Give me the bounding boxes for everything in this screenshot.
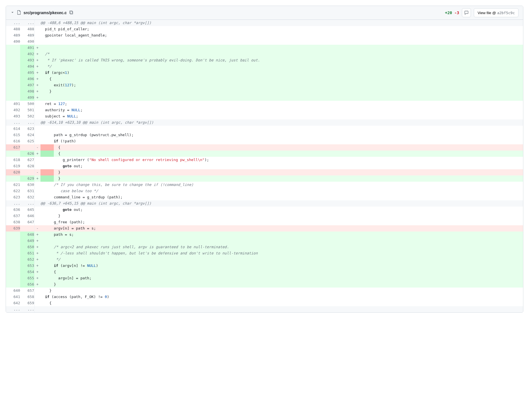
code-cell[interactable]: { <box>40 144 523 151</box>
line-number-old[interactable] <box>6 151 20 157</box>
code-cell[interactable]: } <box>40 288 523 294</box>
code-cell[interactable]: goto out; <box>40 207 523 213</box>
line-number-new[interactable]: 495 <box>20 70 34 76</box>
line-number-old[interactable] <box>6 57 20 63</box>
code-cell[interactable]: exit(127); <box>40 82 523 88</box>
line-number-old[interactable] <box>6 76 20 82</box>
code-cell[interactable]: if (argc<1) <box>40 70 523 76</box>
line-number-old[interactable]: 615 <box>6 132 20 138</box>
line-number-old[interactable] <box>6 238 20 244</box>
line-number-old[interactable]: 489 <box>6 32 20 38</box>
line-number-new[interactable]: 623 <box>20 126 34 132</box>
line-number-old[interactable]: 488 <box>6 26 20 32</box>
line-number-new[interactable]: ... <box>20 200 34 207</box>
line-number-old[interactable]: 623 <box>6 194 20 200</box>
code-cell[interactable]: { <box>40 76 523 82</box>
line-number-new[interactable]: 493 <box>20 57 34 63</box>
line-number-old[interactable] <box>6 88 20 95</box>
line-number-new[interactable]: 491 <box>20 45 34 51</box>
line-number-new[interactable]: 489 <box>20 32 34 38</box>
code-cell[interactable]: g_printerr ("No shell configured or erro… <box>40 157 523 163</box>
line-number-new[interactable]: 646 <box>20 213 34 219</box>
line-number-new[interactable]: 631 <box>20 188 34 194</box>
line-number-old[interactable]: 622 <box>6 188 20 194</box>
line-number-new[interactable]: 499 <box>20 95 34 101</box>
code-cell[interactable]: } <box>40 88 523 95</box>
line-number-old[interactable]: ... <box>6 20 20 26</box>
code-cell[interactable]: { <box>40 151 523 157</box>
line-number-old[interactable]: 638 <box>6 219 20 225</box>
line-number-old[interactable]: 636 <box>6 207 20 213</box>
code-cell[interactable]: if (!path) <box>40 138 523 144</box>
line-number-new[interactable]: 645 <box>20 207 34 213</box>
line-number-new[interactable]: 629 <box>20 175 34 182</box>
line-number-old[interactable]: 619 <box>6 163 20 169</box>
line-number-old[interactable]: 637 <box>6 213 20 219</box>
line-number-old[interactable] <box>6 256 20 263</box>
line-number-new[interactable]: 497 <box>20 82 34 88</box>
line-number-new[interactable]: 488 <box>20 26 34 32</box>
line-number-new[interactable]: 632 <box>20 194 34 200</box>
line-number-new[interactable]: 490 <box>20 38 34 45</box>
line-number-old[interactable] <box>6 51 20 57</box>
code-cell[interactable]: subject = NULL; <box>40 113 523 119</box>
line-number-new[interactable]: 650 <box>20 244 34 250</box>
code-cell[interactable] <box>40 306 523 312</box>
line-number-new[interactable] <box>20 169 34 175</box>
code-cell[interactable]: @@ -636,7 +645,15 @@ main (int argc, cha… <box>40 200 523 207</box>
line-number-old[interactable]: 618 <box>6 157 20 163</box>
code-cell[interactable]: { <box>40 269 523 275</box>
line-number-old[interactable]: 641 <box>6 294 20 300</box>
chevron-down-icon[interactable] <box>10 10 14 15</box>
code-cell[interactable]: { <box>40 300 523 306</box>
code-cell[interactable]: */ <box>40 256 523 263</box>
line-number-old[interactable]: 639 <box>6 225 20 232</box>
line-number-old[interactable]: 617 <box>6 144 20 151</box>
code-cell[interactable]: argv[n] = path; <box>40 275 523 281</box>
code-cell[interactable]: if (argv[n] != NULL) <box>40 263 523 269</box>
line-number-old[interactable]: ... <box>6 200 20 207</box>
line-number-new[interactable]: 657 <box>20 288 34 294</box>
code-cell[interactable]: } <box>40 281 523 288</box>
code-cell[interactable]: } <box>40 175 523 182</box>
code-cell[interactable]: /* argc<2 and pkexec runs just shell, ar… <box>40 244 523 250</box>
code-cell[interactable]: g_free (path); <box>40 219 523 225</box>
line-number-new[interactable]: 648 <box>20 232 34 238</box>
line-number-new[interactable]: 647 <box>20 219 34 225</box>
line-number-new[interactable]: 628 <box>20 163 34 169</box>
line-number-old[interactable] <box>6 175 20 182</box>
code-cell[interactable]: } <box>40 213 523 219</box>
line-number-old[interactable]: 640 <box>6 288 20 294</box>
view-file-button[interactable]: View file @ a2bf5c9c <box>474 8 519 17</box>
line-number-new[interactable]: ... <box>20 306 34 312</box>
code-cell[interactable]: /* <box>40 51 523 57</box>
line-number-new[interactable]: ... <box>20 20 34 26</box>
line-number-new[interactable]: 659 <box>20 300 34 306</box>
line-number-old[interactable] <box>6 82 20 88</box>
line-number-old[interactable] <box>6 250 20 256</box>
line-number-old[interactable] <box>6 63 20 70</box>
code-cell[interactable]: * If 'pkexec' is called THIS wrong, some… <box>40 57 523 63</box>
code-cell[interactable]: * /-less shell shouldn't happen, but let… <box>40 250 523 256</box>
line-number-old[interactable]: 492 <box>6 107 20 113</box>
code-cell[interactable]: if (access (path, F_OK) != 0) <box>40 294 523 300</box>
line-number-old[interactable] <box>6 263 20 269</box>
line-number-new[interactable]: 630 <box>20 182 34 188</box>
line-number-old[interactable] <box>6 232 20 238</box>
line-number-new[interactable]: 492 <box>20 51 34 57</box>
code-cell[interactable] <box>40 95 523 101</box>
code-cell[interactable]: path = g_strdup (pwstruct.pw_shell); <box>40 132 523 138</box>
line-number-new[interactable]: 502 <box>20 113 34 119</box>
line-number-new[interactable]: 652 <box>20 256 34 263</box>
line-number-new[interactable]: 626 <box>20 151 34 157</box>
code-cell[interactable]: authority = NULL; <box>40 107 523 113</box>
line-number-old[interactable] <box>6 70 20 76</box>
code-cell[interactable]: pid_t pid_of_caller; <box>40 26 523 32</box>
line-number-new[interactable]: 625 <box>20 138 34 144</box>
line-number-old[interactable] <box>6 95 20 101</box>
line-number-old[interactable]: 490 <box>6 38 20 45</box>
code-cell[interactable]: goto out; <box>40 163 523 169</box>
code-cell[interactable]: */ <box>40 63 523 70</box>
line-number-new[interactable]: 624 <box>20 132 34 138</box>
line-number-new[interactable]: 658 <box>20 294 34 300</box>
